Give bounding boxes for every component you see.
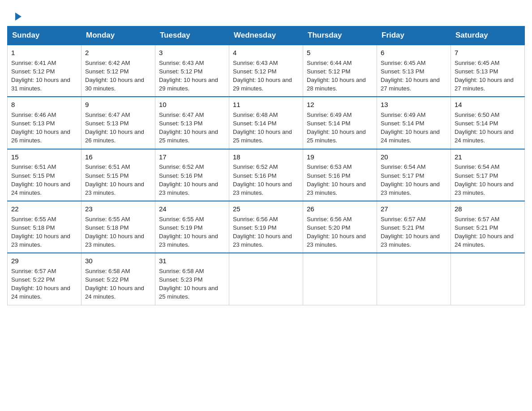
calendar-cell: 31Sunrise: 6:58 AMSunset: 5:23 PMDayligh… [155, 253, 229, 305]
calendar-cell: 8Sunrise: 6:46 AMSunset: 5:13 PMDaylight… [8, 97, 82, 149]
calendar-cell: 10Sunrise: 6:47 AMSunset: 5:13 PMDayligh… [155, 97, 229, 149]
day-info: Sunrise: 6:45 AMSunset: 5:13 PMDaylight:… [455, 59, 521, 93]
day-number: 7 [455, 48, 521, 58]
weekday-header-sunday: Sunday [8, 26, 82, 45]
day-number: 30 [85, 256, 151, 266]
calendar-week-row: 29Sunrise: 6:57 AMSunset: 5:22 PMDayligh… [8, 253, 525, 305]
day-info: Sunrise: 6:43 AMSunset: 5:12 PMDaylight:… [159, 59, 225, 93]
day-info: Sunrise: 6:58 AMSunset: 5:22 PMDaylight:… [85, 267, 151, 301]
day-number: 17 [159, 152, 225, 162]
day-number: 6 [381, 48, 447, 58]
day-info: Sunrise: 6:41 AMSunset: 5:12 PMDaylight:… [11, 59, 77, 93]
weekday-header-saturday: Saturday [451, 26, 525, 45]
calendar-cell: 23Sunrise: 6:55 AMSunset: 5:18 PMDayligh… [82, 201, 155, 253]
day-number: 26 [307, 204, 373, 214]
day-number: 31 [159, 256, 225, 266]
calendar-cell: 1Sunrise: 6:41 AMSunset: 5:12 PMDaylight… [8, 45, 82, 97]
calendar-cell [377, 253, 451, 305]
calendar-cell [451, 253, 525, 305]
day-info: Sunrise: 6:55 AMSunset: 5:18 PMDaylight:… [11, 215, 77, 249]
day-info: Sunrise: 6:43 AMSunset: 5:12 PMDaylight:… [233, 59, 299, 93]
day-number: 11 [233, 100, 299, 110]
day-info: Sunrise: 6:51 AMSunset: 5:15 PMDaylight:… [11, 163, 77, 197]
day-info: Sunrise: 6:54 AMSunset: 5:17 PMDaylight:… [381, 163, 447, 197]
calendar-cell: 3Sunrise: 6:43 AMSunset: 5:12 PMDaylight… [155, 45, 229, 97]
calendar-cell: 29Sunrise: 6:57 AMSunset: 5:22 PMDayligh… [8, 253, 82, 305]
calendar-week-row: 1Sunrise: 6:41 AMSunset: 5:12 PMDaylight… [8, 45, 525, 97]
page-header [0, 0, 532, 26]
calendar-cell: 19Sunrise: 6:53 AMSunset: 5:16 PMDayligh… [303, 149, 377, 201]
day-info: Sunrise: 6:45 AMSunset: 5:13 PMDaylight:… [381, 59, 447, 93]
day-info: Sunrise: 6:58 AMSunset: 5:23 PMDaylight:… [159, 267, 225, 301]
day-info: Sunrise: 6:55 AMSunset: 5:18 PMDaylight:… [85, 215, 151, 249]
day-number: 1 [11, 48, 77, 58]
day-info: Sunrise: 6:56 AMSunset: 5:19 PMDaylight:… [233, 215, 299, 249]
day-info: Sunrise: 6:56 AMSunset: 5:20 PMDaylight:… [307, 215, 373, 249]
day-number: 25 [233, 204, 299, 214]
weekday-header-wednesday: Wednesday [229, 26, 303, 45]
calendar-cell: 15Sunrise: 6:51 AMSunset: 5:15 PMDayligh… [8, 149, 82, 201]
weekday-header-row: SundayMondayTuesdayWednesdayThursdayFrid… [8, 26, 525, 45]
calendar-cell: 26Sunrise: 6:56 AMSunset: 5:20 PMDayligh… [303, 201, 377, 253]
calendar-week-row: 8Sunrise: 6:46 AMSunset: 5:13 PMDaylight… [8, 97, 525, 149]
calendar-cell: 24Sunrise: 6:55 AMSunset: 5:19 PMDayligh… [155, 201, 229, 253]
calendar-cell: 11Sunrise: 6:48 AMSunset: 5:14 PMDayligh… [229, 97, 303, 149]
day-info: Sunrise: 6:53 AMSunset: 5:16 PMDaylight:… [307, 163, 373, 197]
calendar-cell: 5Sunrise: 6:44 AMSunset: 5:12 PMDaylight… [303, 45, 377, 97]
day-number: 21 [455, 152, 521, 162]
weekday-header-monday: Monday [82, 26, 155, 45]
day-number: 14 [455, 100, 521, 110]
weekday-header-thursday: Thursday [303, 26, 377, 45]
calendar-cell: 28Sunrise: 6:57 AMSunset: 5:21 PMDayligh… [451, 201, 525, 253]
day-number: 13 [381, 100, 447, 110]
day-number: 16 [85, 152, 151, 162]
calendar-cell [229, 253, 303, 305]
calendar-cell: 18Sunrise: 6:52 AMSunset: 5:16 PMDayligh… [229, 149, 303, 201]
day-number: 27 [381, 204, 447, 214]
calendar-cell: 13Sunrise: 6:49 AMSunset: 5:14 PMDayligh… [377, 97, 451, 149]
day-info: Sunrise: 6:51 AMSunset: 5:15 PMDaylight:… [85, 163, 151, 197]
day-number: 3 [159, 48, 225, 58]
calendar-cell: 4Sunrise: 6:43 AMSunset: 5:12 PMDaylight… [229, 45, 303, 97]
calendar-cell: 2Sunrise: 6:42 AMSunset: 5:12 PMDaylight… [82, 45, 155, 97]
calendar-cell: 6Sunrise: 6:45 AMSunset: 5:13 PMDaylight… [377, 45, 451, 97]
day-info: Sunrise: 6:55 AMSunset: 5:19 PMDaylight:… [159, 215, 225, 249]
calendar-table: SundayMondayTuesdayWednesdayThursdayFrid… [7, 26, 525, 305]
calendar-cell: 14Sunrise: 6:50 AMSunset: 5:14 PMDayligh… [451, 97, 525, 149]
day-info: Sunrise: 6:57 AMSunset: 5:21 PMDaylight:… [381, 215, 447, 249]
calendar-cell: 21Sunrise: 6:54 AMSunset: 5:17 PMDayligh… [451, 149, 525, 201]
calendar-cell: 9Sunrise: 6:47 AMSunset: 5:13 PMDaylight… [82, 97, 155, 149]
calendar-cell: 16Sunrise: 6:51 AMSunset: 5:15 PMDayligh… [82, 149, 155, 201]
day-info: Sunrise: 6:57 AMSunset: 5:22 PMDaylight:… [11, 267, 77, 301]
calendar-week-row: 22Sunrise: 6:55 AMSunset: 5:18 PMDayligh… [8, 201, 525, 253]
day-number: 15 [11, 152, 77, 162]
day-number: 4 [233, 48, 299, 58]
day-number: 5 [307, 48, 373, 58]
day-info: Sunrise: 6:47 AMSunset: 5:13 PMDaylight:… [85, 111, 151, 145]
calendar-cell: 7Sunrise: 6:45 AMSunset: 5:13 PMDaylight… [451, 45, 525, 97]
day-info: Sunrise: 6:46 AMSunset: 5:13 PMDaylight:… [11, 111, 77, 145]
day-info: Sunrise: 6:48 AMSunset: 5:14 PMDaylight:… [233, 111, 299, 145]
logo-arrow-icon [15, 13, 21, 21]
day-number: 18 [233, 152, 299, 162]
calendar-cell: 22Sunrise: 6:55 AMSunset: 5:18 PMDayligh… [8, 201, 82, 253]
day-info: Sunrise: 6:44 AMSunset: 5:12 PMDaylight:… [307, 59, 373, 93]
day-info: Sunrise: 6:57 AMSunset: 5:21 PMDaylight:… [455, 215, 521, 249]
day-number: 19 [307, 152, 373, 162]
day-info: Sunrise: 6:52 AMSunset: 5:16 PMDaylight:… [159, 163, 225, 197]
day-info: Sunrise: 6:52 AMSunset: 5:16 PMDaylight:… [233, 163, 299, 197]
day-number: 28 [455, 204, 521, 214]
day-number: 2 [85, 48, 151, 58]
calendar-cell: 12Sunrise: 6:49 AMSunset: 5:14 PMDayligh… [303, 97, 377, 149]
logo [14, 11, 21, 21]
day-number: 10 [159, 100, 225, 110]
day-info: Sunrise: 6:54 AMSunset: 5:17 PMDaylight:… [455, 163, 521, 197]
calendar-cell: 30Sunrise: 6:58 AMSunset: 5:22 PMDayligh… [82, 253, 155, 305]
day-info: Sunrise: 6:49 AMSunset: 5:14 PMDaylight:… [381, 111, 447, 145]
day-info: Sunrise: 6:50 AMSunset: 5:14 PMDaylight:… [455, 111, 521, 145]
day-number: 12 [307, 100, 373, 110]
day-number: 20 [381, 152, 447, 162]
day-number: 22 [11, 204, 77, 214]
day-number: 9 [85, 100, 151, 110]
day-info: Sunrise: 6:42 AMSunset: 5:12 PMDaylight:… [85, 59, 151, 93]
